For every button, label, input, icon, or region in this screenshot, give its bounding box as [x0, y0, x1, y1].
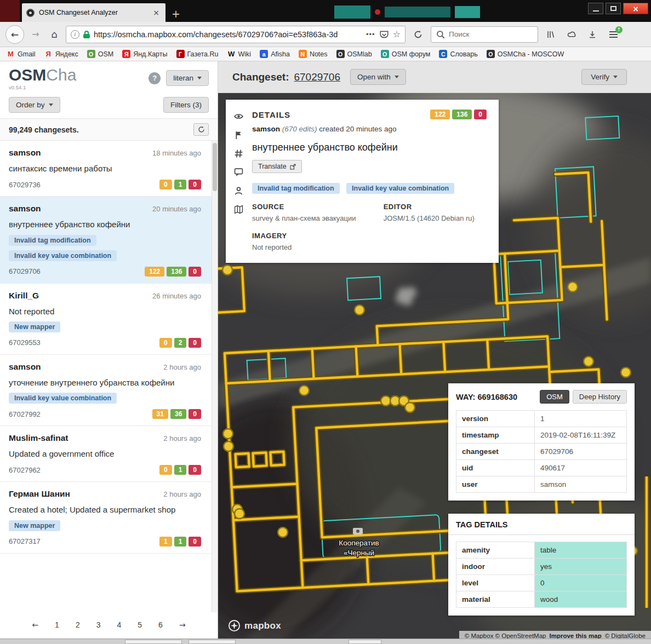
page-button-6[interactable]: 6 [158, 620, 163, 629]
bookmark-gmail[interactable]: MGmail [7, 50, 36, 58]
svg-text:Кооператив: Кооператив [339, 539, 379, 547]
pocket-icon[interactable] [379, 30, 389, 39]
next-page-button[interactable]: → [179, 620, 186, 629]
search-bar[interactable] [431, 26, 538, 43]
comment-icon[interactable] [234, 168, 243, 177]
close-button[interactable] [623, 3, 648, 14]
back-button[interactable] [5, 25, 24, 44]
scrollbar-thumb[interactable] [213, 143, 217, 191]
meta-edits: (670 edits) [282, 125, 317, 133]
delete-count-badge: 0 [189, 409, 201, 419]
home-button[interactable] [47, 26, 61, 43]
open-with-button[interactable]: Open with [350, 69, 406, 85]
search-icon [436, 30, 446, 39]
map-icon[interactable] [234, 205, 243, 214]
changeset-id[interactable]: 67027992 [9, 410, 41, 418]
refresh-button[interactable] [193, 123, 209, 136]
osmcha-app: OSMCha v0.54.1 ? literan Order by Filter… [0, 61, 651, 644]
bookmark-wiki[interactable]: WWiki [227, 50, 252, 58]
bookmark-gazeta[interactable]: ГГазета.Ru [176, 50, 219, 58]
user-menu-button[interactable]: literan [166, 70, 209, 86]
prev-page-button[interactable]: ← [32, 620, 38, 629]
bookmark-osm-forum[interactable]: OOSM форум [381, 50, 431, 58]
bookmark-star-icon[interactable] [393, 29, 401, 39]
download-icon[interactable] [584, 26, 601, 43]
library-icon[interactable] [542, 26, 559, 43]
bookmark-osm[interactable]: OOSM [87, 50, 113, 58]
changeset-list-item[interactable]: Kirill_G26 minutes ago Not reported New … [0, 284, 218, 355]
page-actions-icon[interactable] [366, 30, 375, 38]
taskbar-item[interactable] [189, 640, 236, 644]
minimize-button[interactable] [588, 3, 603, 14]
changeset-id[interactable]: 67029736 [9, 181, 41, 189]
main-panel: Changeset: 67029706 Open with Verify [218, 61, 651, 644]
way-panel: WAY: 669168630 OSM Deep History version1… [448, 383, 635, 501]
changeset-list-item[interactable]: samson18 minutes ago синтаксис времени р… [0, 141, 218, 197]
verify-button[interactable]: Verify [581, 69, 627, 85]
translate-button[interactable]: Translate [252, 160, 302, 173]
changeset-id-link[interactable]: 67029706 [294, 71, 340, 83]
changeset-id[interactable]: 67027317 [9, 537, 41, 545]
meta-user[interactable]: samson [252, 125, 280, 133]
url-input[interactable] [94, 30, 362, 39]
help-button[interactable]: ? [149, 72, 161, 84]
page-button-4[interactable]: 4 [117, 620, 122, 629]
page-button-1[interactable]: 1 [55, 620, 59, 629]
chevron-down-icon [197, 77, 202, 79]
map-canvas[interactable]: Кооператив «Черный [218, 93, 651, 644]
reason-pill: New mapper [9, 321, 60, 332]
taskbar-item[interactable] [125, 640, 182, 644]
changeset-list-item[interactable]: Muslim-safinat2 hours ago Updated a gove… [0, 426, 218, 482]
changeset-id[interactable]: 67029706 [9, 267, 41, 275]
changeset-comment: внутреннее убранство кофейни [9, 219, 201, 230]
browser-tab[interactable]: OSM Changeset Analyzer [22, 3, 165, 22]
changeset-id[interactable]: 67027962 [9, 466, 41, 474]
changeset-id[interactable]: 67029553 [9, 338, 41, 347]
page-info-icon[interactable] [71, 30, 79, 39]
maximize-button[interactable] [606, 3, 621, 14]
page-button-3[interactable]: 3 [96, 620, 101, 629]
sidebar: OSMCha v0.54.1 ? literan Order by Filter… [0, 61, 218, 644]
hashtag-icon[interactable] [234, 149, 243, 158]
new-tab-button[interactable] [168, 5, 184, 22]
tab-close-icon[interactable] [151, 8, 161, 18]
eye-icon[interactable] [234, 112, 243, 121]
changeset-comment: синтаксис времени работы [9, 163, 201, 174]
bookmark-label: Gmail [18, 50, 36, 58]
page-button-2[interactable]: 2 [76, 620, 80, 629]
mapbox-logo[interactable]: mapbox [228, 619, 281, 632]
changeset-user: Герман Шанин [9, 489, 70, 499]
filters-button[interactable]: Filters (3) [163, 97, 209, 113]
deep-history-button[interactable]: Deep History [573, 390, 627, 404]
tab-title: OSM Changeset Analyzer [39, 9, 147, 16]
search-input[interactable] [449, 30, 533, 38]
user-icon[interactable] [234, 186, 243, 196]
url-bar[interactable] [66, 26, 406, 43]
modify-count-badge: 2 [174, 338, 187, 348]
menu-button[interactable] [605, 26, 621, 43]
sync-cloud-icon[interactable] [563, 26, 580, 43]
create-count-badge: 0 [159, 338, 172, 348]
sidebar-scrollbar[interactable] [212, 141, 218, 612]
forward-button[interactable] [28, 26, 43, 43]
changeset-list-item[interactable]: Герман Шанин2 hours ago Created a hotel;… [0, 482, 218, 553]
bookmark-osmlab[interactable]: OOSMlab [336, 50, 372, 58]
changeset-user: Muslim-safinat [9, 433, 68, 443]
osm-button[interactable]: OSM [540, 390, 569, 404]
bookmark-notes[interactable]: NNotes [299, 50, 328, 58]
changeset-list-item[interactable]: samson2 hours ago уточнение внутреннего … [0, 355, 218, 426]
bookmark-dictionary[interactable]: ССловарь [439, 50, 477, 58]
page-button-5[interactable]: 5 [138, 620, 142, 629]
osmcha-logo[interactable]: OSMCha [9, 67, 76, 83]
bookmark-favicon: O [87, 50, 95, 58]
flag-icon[interactable] [234, 130, 243, 140]
bookmark-yandex-maps[interactable]: ЯЯнд.Карты [122, 50, 167, 58]
order-by-button[interactable]: Order by [9, 97, 60, 113]
bookmark-label: OSM [98, 50, 113, 58]
bookmark-yandex[interactable]: ЯЯндекс [44, 50, 78, 58]
changeset-list-item-selected[interactable]: samson20 minutes ago внутреннее убранств… [0, 197, 218, 283]
taskbar-item[interactable] [349, 640, 381, 644]
bookmark-osmcha-moscow[interactable]: OOSMCha - MOSCOW [487, 50, 564, 58]
reload-button[interactable] [410, 26, 426, 43]
bookmark-afisha[interactable]: aAfisha [260, 50, 290, 58]
